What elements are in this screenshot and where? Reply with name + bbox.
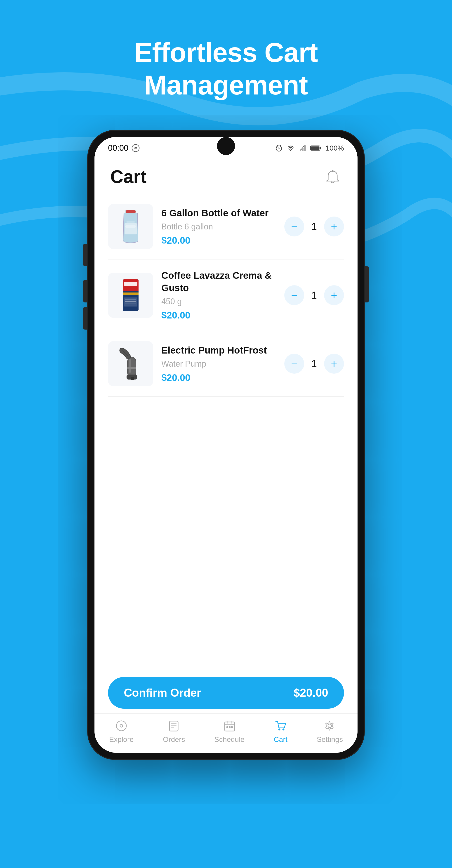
svg-point-31 — [117, 721, 126, 731]
confirm-order-button[interactable]: Confirm Order $20.00 — [108, 677, 344, 709]
phone-frame: 00:00 — [88, 131, 364, 759]
nav-tab-orders[interactable]: Orders — [163, 719, 185, 744]
item-price-pump: $20.00 — [161, 372, 276, 383]
cart-empty-space — [94, 432, 358, 671]
item-name-water-bottle: 6 Gallon Bottle of Water — [161, 207, 276, 219]
svg-point-32 — [120, 724, 123, 727]
water-bottle-image — [118, 209, 143, 245]
svg-rect-42 — [229, 726, 230, 728]
svg-point-9 — [332, 170, 333, 172]
item-details-pump: Electric Pump HotFrost Water Pump $20.00 — [161, 344, 276, 383]
schedule-nav-icon — [223, 719, 236, 733]
nav-tab-cart[interactable]: Cart — [274, 719, 287, 744]
svg-rect-14 — [125, 223, 137, 235]
qty-value-water-bottle: 1 — [310, 221, 319, 232]
item-details-coffee: Coffee Lavazza Crema & Gusto 450 g $20.0… — [161, 270, 276, 321]
coffee-box-image — [119, 277, 142, 313]
item-image-pump — [108, 341, 153, 386]
confirm-order-label: Confirm Order — [124, 686, 201, 700]
cart-item-coffee: Coffee Lavazza Crema & Gusto 450 g $20.0… — [108, 259, 344, 331]
status-icons: 100% — [275, 144, 344, 152]
pump-image — [117, 346, 144, 382]
bell-icon[interactable] — [324, 168, 342, 186]
nav-tabs: Explore Orders — [94, 713, 358, 753]
svg-point-2 — [290, 150, 291, 151]
qty-value-pump: 1 — [310, 358, 319, 369]
whatsapp-icon — [132, 144, 140, 152]
signal-icon — [298, 144, 306, 152]
settings-nav-icon — [323, 719, 336, 733]
item-price-coffee: $20.00 — [161, 310, 276, 321]
cart-list: 6 Gallon Bottle of Water Bottle 6 gallon… — [94, 194, 358, 432]
item-name-pump: Electric Pump HotFrost — [161, 344, 276, 357]
svg-point-46 — [328, 724, 331, 727]
svg-rect-29 — [127, 367, 136, 369]
item-subtitle-coffee: 450 g — [161, 297, 276, 306]
svg-rect-43 — [231, 726, 233, 728]
nav-tab-settings[interactable]: Settings — [317, 719, 343, 744]
nav-label-explore: Explore — [109, 735, 134, 744]
wifi-icon — [287, 144, 295, 152]
battery-percent: 100% — [325, 144, 344, 152]
cart-item-water-bottle: 6 Gallon Bottle of Water Bottle 6 gallon… — [108, 194, 344, 259]
hero-title: Effortless Cart Management — [134, 36, 318, 101]
qty-control-coffee: − 1 + — [284, 285, 344, 305]
svg-rect-5 — [302, 148, 303, 151]
item-subtitle-pump: Water Pump — [161, 359, 276, 369]
svg-rect-4 — [300, 149, 301, 151]
nav-tab-explore[interactable]: Explore — [109, 719, 134, 744]
item-image-water-bottle — [108, 204, 153, 249]
alarm-icon — [275, 144, 283, 152]
item-subtitle-water-bottle: Bottle 6 gallon — [161, 222, 276, 231]
phone-notch — [217, 137, 235, 155]
qty-control-water-bottle: − 1 + — [284, 217, 344, 237]
phone-screen: 00:00 — [94, 137, 358, 753]
cart-nav-icon — [274, 719, 288, 733]
orders-nav-icon — [167, 719, 181, 733]
svg-rect-30 — [131, 377, 134, 380]
qty-value-coffee: 1 — [310, 289, 319, 301]
nav-label-orders: Orders — [163, 735, 185, 744]
svg-point-44 — [279, 728, 280, 730]
svg-rect-20 — [123, 292, 138, 295]
svg-rect-28 — [129, 359, 131, 373]
svg-rect-8 — [311, 147, 320, 150]
item-details-water-bottle: 6 Gallon Bottle of Water Bottle 6 gallon… — [161, 207, 276, 246]
svg-point-13 — [126, 221, 135, 223]
explore-nav-icon — [115, 719, 128, 733]
qty-increase-coffee[interactable]: + — [324, 285, 344, 305]
item-name-coffee: Coffee Lavazza Crema & Gusto — [161, 270, 276, 294]
nav-label-cart: Cart — [274, 735, 287, 744]
phone-mockup: 00:00 — [88, 131, 364, 759]
svg-rect-18 — [123, 289, 138, 291]
qty-increase-water-bottle[interactable]: + — [324, 217, 344, 237]
cart-item-pump: Electric Pump HotFrost Water Pump $20.00… — [108, 331, 344, 397]
status-time: 00:00 — [108, 143, 140, 153]
nav-tab-schedule[interactable]: Schedule — [214, 719, 244, 744]
item-price-water-bottle: $20.00 — [161, 235, 276, 246]
bottom-bar: Confirm Order $20.00 — [94, 670, 358, 713]
nav-label-schedule: Schedule — [214, 735, 244, 744]
nav-label-settings: Settings — [317, 735, 343, 744]
qty-decrease-pump[interactable]: − — [284, 354, 304, 374]
svg-rect-19 — [124, 282, 137, 286]
qty-decrease-water-bottle[interactable]: − — [284, 217, 304, 237]
svg-rect-21 — [124, 298, 137, 307]
app-header: Cart — [94, 157, 358, 194]
confirm-order-price: $20.00 — [294, 686, 328, 700]
qty-control-pump: − 1 + — [284, 354, 344, 374]
item-image-coffee — [108, 273, 153, 318]
svg-rect-41 — [226, 726, 228, 728]
svg-rect-15 — [126, 210, 136, 213]
svg-point-45 — [283, 728, 284, 730]
battery-icon — [310, 144, 322, 152]
qty-decrease-coffee[interactable]: − — [284, 285, 304, 305]
app-cart-title: Cart — [110, 166, 147, 187]
qty-increase-pump[interactable]: + — [324, 354, 344, 374]
svg-rect-6 — [304, 145, 306, 151]
